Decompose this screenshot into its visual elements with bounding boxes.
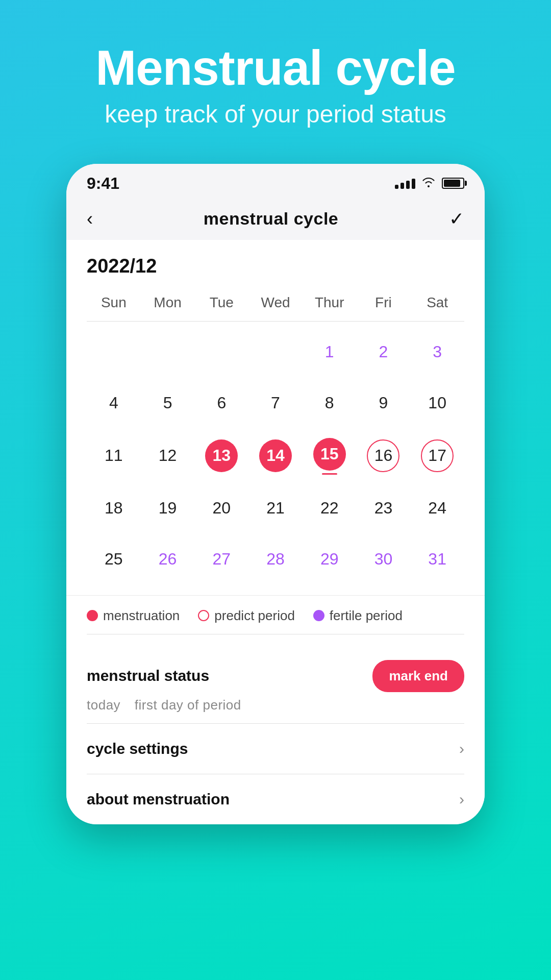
- calendar-row: 25 26 27 28 29 30 31: [87, 534, 464, 585]
- today-label: today: [87, 697, 120, 713]
- cal-cell-22[interactable]: 22: [303, 483, 357, 534]
- cal-cell-12[interactable]: 12: [141, 429, 195, 483]
- status-row: menstrual status mark end: [87, 660, 464, 692]
- cal-cell-11[interactable]: 11: [87, 429, 141, 483]
- cal-cell-3[interactable]: 3: [410, 327, 464, 378]
- legend-predict: predict period: [198, 608, 295, 624]
- day-mon: Mon: [141, 289, 195, 316]
- cal-cell-empty: [248, 327, 303, 378]
- calendar-divider: [87, 321, 464, 322]
- day-fri: Fri: [357, 289, 411, 316]
- calendar-row: 18 19 20 21 22 23 24: [87, 483, 464, 534]
- chevron-right-icon: ›: [459, 740, 464, 757]
- cal-cell-31[interactable]: 31: [410, 534, 464, 585]
- settings-section: cycle settings › about menstruation ›: [66, 723, 485, 824]
- cal-cell-21[interactable]: 21: [248, 483, 303, 534]
- cal-cell-24[interactable]: 24: [410, 483, 464, 534]
- about-menstruation-row[interactable]: about menstruation ›: [87, 774, 464, 824]
- cal-cell-18[interactable]: 18: [87, 483, 141, 534]
- cal-cell-29[interactable]: 29: [303, 534, 357, 585]
- fertile-dot: [313, 610, 324, 621]
- day-headers: Sun Mon Tue Wed Thur Fri Sat: [87, 289, 464, 316]
- predict-label: predict period: [214, 608, 295, 624]
- cal-cell-5[interactable]: 5: [141, 378, 195, 429]
- cal-cell-1[interactable]: 1: [303, 327, 357, 378]
- cal-cell-28[interactable]: 28: [248, 534, 303, 585]
- month-label: 2022/12: [87, 255, 464, 277]
- status-icons: [395, 176, 464, 190]
- app-header: ‹ menstrual cycle ✓: [66, 198, 485, 240]
- cal-cell-17[interactable]: 17: [410, 429, 464, 483]
- cal-cell-15[interactable]: 15: [303, 429, 357, 483]
- app-title: menstrual cycle: [204, 209, 339, 229]
- legend-section: menstruation predict period fertile peri…: [66, 595, 485, 655]
- battery-icon: [442, 178, 464, 189]
- calendar-row: 11 12 13 14 15 16 17: [87, 429, 464, 483]
- cal-cell-25[interactable]: 25: [87, 534, 141, 585]
- signal-icon: [395, 178, 415, 189]
- status-bar: 9:41: [66, 164, 485, 198]
- back-button[interactable]: ‹: [87, 208, 93, 230]
- phone-mockup: 9:41 ‹ menstrual cycle ✓: [66, 164, 485, 824]
- main-subtitle: keep track of your period status: [95, 100, 455, 128]
- wifi-icon: [421, 176, 436, 190]
- cal-cell-27[interactable]: 27: [194, 534, 248, 585]
- about-menstruation-label: about menstruation: [87, 791, 230, 808]
- calendar: 2022/12 Sun Mon Tue Wed Thur Fri Sat: [66, 240, 485, 595]
- predict-dot: [198, 610, 209, 621]
- cal-cell-20[interactable]: 20: [194, 483, 248, 534]
- check-button[interactable]: ✓: [449, 208, 464, 230]
- calendar-rows: 1 2 3 4 5 6 7 8 9 10 11 12: [87, 327, 464, 585]
- menstruation-dot: [87, 610, 98, 621]
- menstrual-status-label: menstrual status: [87, 667, 209, 684]
- cal-cell-9[interactable]: 9: [357, 378, 411, 429]
- status-sub: today first day of period: [87, 697, 464, 713]
- cal-cell-6[interactable]: 6: [194, 378, 248, 429]
- status-section: menstrual status mark end today first da…: [66, 655, 485, 723]
- calendar-grid: Sun Mon Tue Wed Thur Fri Sat 1 2 3: [87, 289, 464, 585]
- legend-menstruation: menstruation: [87, 608, 180, 624]
- cal-cell-4[interactable]: 4: [87, 378, 141, 429]
- legend-divider: [87, 634, 464, 634]
- chevron-right-icon-2: ›: [459, 791, 464, 808]
- cal-cell-19[interactable]: 19: [141, 483, 195, 534]
- day-thur: Thur: [303, 289, 357, 316]
- fertile-label: fertile period: [330, 608, 403, 624]
- cal-cell-empty: [87, 327, 141, 378]
- cal-cell-7[interactable]: 7: [248, 378, 303, 429]
- cycle-settings-row[interactable]: cycle settings ›: [87, 724, 464, 774]
- calendar-row: 1 2 3: [87, 327, 464, 378]
- day-wed: Wed: [248, 289, 303, 316]
- cal-cell-26[interactable]: 26: [141, 534, 195, 585]
- day-tue: Tue: [194, 289, 248, 316]
- cal-cell-23[interactable]: 23: [357, 483, 411, 534]
- cal-cell-10[interactable]: 10: [410, 378, 464, 429]
- page-header: Menstrual cycle keep track of your perio…: [95, 41, 455, 128]
- cal-cell-empty: [141, 327, 195, 378]
- mark-end-button[interactable]: mark end: [372, 660, 464, 692]
- cal-cell-empty: [194, 327, 248, 378]
- cal-cell-13[interactable]: 13: [194, 429, 248, 483]
- calendar-row: 4 5 6 7 8 9 10: [87, 378, 464, 429]
- day-sat: Sat: [410, 289, 464, 316]
- status-desc: first day of period: [135, 697, 241, 713]
- day-sun: Sun: [87, 289, 141, 316]
- cal-cell-8[interactable]: 8: [303, 378, 357, 429]
- cal-cell-2[interactable]: 2: [357, 327, 411, 378]
- legend-row: menstruation predict period fertile peri…: [87, 608, 464, 624]
- main-title: Menstrual cycle: [95, 41, 455, 95]
- status-time: 9:41: [87, 174, 119, 193]
- cycle-settings-label: cycle settings: [87, 740, 188, 757]
- menstruation-label: menstruation: [103, 608, 180, 624]
- cal-cell-14[interactable]: 14: [248, 429, 303, 483]
- legend-fertile: fertile period: [313, 608, 403, 624]
- cal-cell-30[interactable]: 30: [357, 534, 411, 585]
- cal-cell-16[interactable]: 16: [357, 429, 411, 483]
